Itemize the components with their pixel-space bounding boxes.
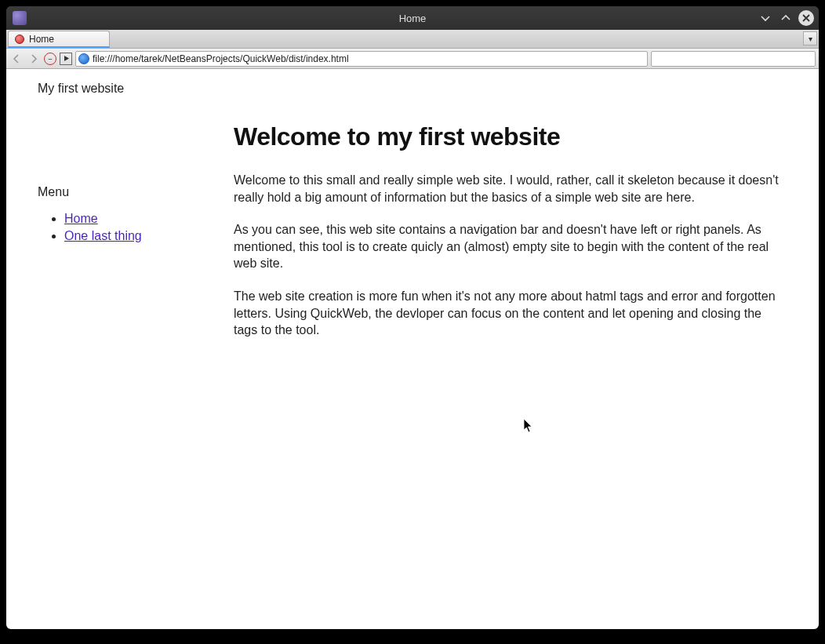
tabbar: Home ▾ <box>6 30 819 49</box>
back-button[interactable] <box>9 52 24 66</box>
paragraph: As you can see, this web site contains a… <box>234 221 783 272</box>
sidebar: Menu Home One last thing <box>38 185 202 355</box>
paragraph: Welcome to this small and really simple … <box>234 172 783 206</box>
browser-window: Home Home ▾ – <box>6 6 819 629</box>
page-header: My first website <box>38 82 803 96</box>
page-content: My first website Menu Home One last thin… <box>6 69 819 629</box>
paragraph: The web site creation is more fun when i… <box>234 288 783 339</box>
page-title: Welcome to my first website <box>234 122 783 151</box>
tab-home[interactable]: Home <box>8 31 110 48</box>
main-content: Welcome to my first website Welcome to t… <box>234 122 783 355</box>
menu-title: Menu <box>38 185 202 199</box>
menu-item-home: Home <box>64 210 202 227</box>
forward-button[interactable] <box>27 52 41 66</box>
search-box[interactable] <box>651 51 816 67</box>
url-bar[interactable]: file:///home/tarek/NetBeansProjects/Quic… <box>75 51 648 67</box>
app-icon <box>13 11 27 25</box>
menu-link-one-last-thing[interactable]: One last thing <box>64 229 142 242</box>
tab-label: Home <box>29 34 54 45</box>
close-button[interactable] <box>798 10 814 26</box>
stop-button[interactable]: – <box>44 53 56 65</box>
globe-icon <box>78 53 89 64</box>
url-text: file:///home/tarek/NetBeansProjects/Quic… <box>93 53 349 64</box>
window-title: Home <box>399 13 427 24</box>
tabs-dropdown-button[interactable]: ▾ <box>803 31 817 45</box>
tab-close-icon[interactable] <box>15 35 24 44</box>
toolbar: – file:///home/tarek/NetBeansProjects/Qu… <box>6 49 819 69</box>
menu-link-home[interactable]: Home <box>64 212 98 225</box>
titlebar: Home <box>6 6 819 30</box>
maximize-button[interactable] <box>778 10 794 26</box>
reload-button[interactable] <box>60 53 72 65</box>
minimize-button[interactable] <box>758 10 773 26</box>
menu-list: Home One last thing <box>38 210 202 244</box>
menu-item-one-last-thing: One last thing <box>64 227 202 245</box>
